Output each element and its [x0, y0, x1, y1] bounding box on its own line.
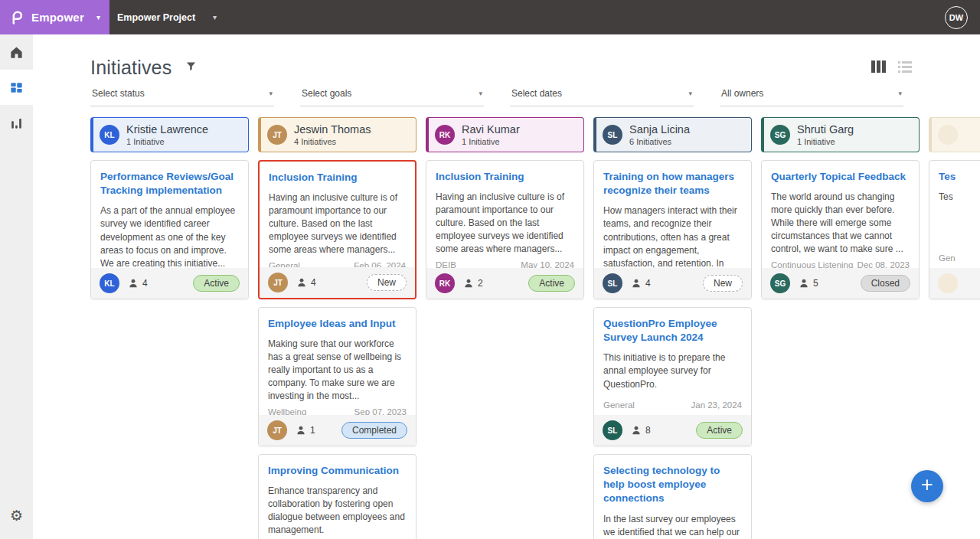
members-count: 4: [142, 278, 148, 289]
owner-name: Ravi Kumar: [462, 123, 520, 136]
initiative-description: Tes: [939, 191, 980, 204]
page-title: Initiatives: [90, 56, 172, 79]
funnel-icon[interactable]: [185, 60, 197, 75]
initiative-title[interactable]: Tes: [939, 170, 980, 184]
settings-gear-icon: ⚙: [10, 507, 23, 524]
caret-down-icon: ▾: [688, 90, 692, 97]
project-selector[interactable]: Empower Project ▾: [117, 12, 217, 23]
brand-menu[interactable]: Empower ▾: [0, 0, 109, 34]
initiative-description: Enhance transparency and collaboration b…: [268, 485, 407, 537]
initiative-title[interactable]: QuestionPro Employee Survey Launch 2024: [603, 317, 742, 345]
members-count: 2: [478, 278, 483, 289]
owner-initiative-count: 4 Initiatives: [294, 137, 371, 146]
initiative-title[interactable]: Training on how managers recognize their…: [603, 170, 742, 198]
initiative-description: Having an inclusive culture is of paramo…: [436, 191, 574, 256]
card-owner-avatar: JT: [267, 420, 287, 440]
initiative-description: As a part of the annual employee survey …: [100, 204, 239, 270]
card-owner-avatar: SL: [603, 420, 622, 440]
members: 8: [631, 425, 651, 436]
sidebar: ⚙: [0, 34, 33, 539]
initiative-card[interactable]: Inclusion Training Having an inclusive c…: [426, 160, 584, 299]
card-owner-avatar: KL: [100, 273, 119, 293]
list-view-icon[interactable]: [898, 61, 912, 73]
column-owner-header[interactable]: [929, 117, 980, 152]
initiative-title[interactable]: Inclusion Training: [436, 170, 574, 184]
person-icon: [128, 278, 139, 289]
members: 4: [128, 278, 148, 289]
person-icon: [799, 278, 809, 289]
column-owner-header[interactable]: KL Kristie Lawrence 1 Initiative: [90, 117, 249, 152]
board-column: SL Sanja Licina 6 Initiatives Training o…: [593, 117, 752, 539]
initiatives-grid-icon: [9, 80, 24, 95]
caret-down-icon: ▾: [898, 90, 902, 97]
initiative-card[interactable]: Employee Ideas and Input Making sure tha…: [258, 307, 416, 446]
owner-avatar: [938, 125, 958, 145]
members: 2: [463, 278, 483, 289]
card-owner-avatar: SG: [770, 273, 790, 293]
card-owner-avatar: JT: [268, 273, 288, 292]
initiative-title[interactable]: Quarterly Topical Feedback: [771, 170, 910, 184]
members-count: 4: [311, 277, 316, 288]
filter-select-status[interactable]: Select status ▾: [90, 87, 274, 106]
brand-name: Empower: [31, 11, 84, 24]
members: 1: [296, 425, 315, 436]
owner-initiative-count: 1 Initiative: [462, 137, 520, 146]
members-count: 4: [645, 278, 651, 289]
initiative-card[interactable]: Quarterly Topical Feedback The world aro…: [761, 160, 920, 299]
column-owner-header[interactable]: SG Shruti Garg 1 Initiative: [761, 117, 920, 152]
initiative-card[interactable]: Inclusion Training Having an inclusive c…: [258, 160, 416, 299]
board-column: JT Jeswin Thomas 4 Initiatives Inclusion…: [258, 117, 416, 539]
chevron-down-icon: ▾: [96, 13, 100, 21]
initiative-title[interactable]: Inclusion Training: [269, 171, 406, 185]
initiative-title[interactable]: Performance Reviews/Goal Tracking implem…: [100, 170, 239, 198]
project-name: Empower Project: [117, 12, 195, 23]
filter-all-owners[interactable]: All owners ▾: [720, 87, 903, 106]
members: 4: [631, 278, 651, 289]
card-owner-avatar: SL: [603, 273, 622, 293]
status-badge: Active: [193, 275, 240, 292]
status-badge: New: [367, 274, 407, 291]
person-icon: [296, 277, 307, 288]
top-bar: Empower ▾ Empower Project ▾ DW: [0, 0, 980, 34]
status-badge: Active: [696, 422, 743, 439]
initiative-card[interactable]: Performance Reviews/Goal Tracking implem…: [90, 160, 249, 299]
sidebar-item-home[interactable]: [0, 34, 33, 70]
owner-name: Shruti Garg: [797, 123, 854, 136]
owner-initiative-count: 6 Initiatives: [629, 137, 690, 146]
sidebar-item-settings[interactable]: ⚙: [0, 498, 33, 533]
chevron-down-icon: ▾: [213, 13, 217, 21]
initiative-card[interactable]: Tes Tes Gen: [929, 160, 980, 299]
kanban-view-icon[interactable]: [871, 60, 886, 73]
initiative-title[interactable]: Employee Ideas and Input: [268, 317, 407, 331]
column-owner-header[interactable]: JT Jeswin Thomas 4 Initiatives: [258, 117, 416, 152]
board-column: RK Ravi Kumar 1 Initiative Inclusion Tra…: [426, 117, 584, 539]
filters-row: Select status ▾ Select goals ▾ Select da…: [90, 87, 980, 106]
initiative-category: Gen: [939, 253, 956, 263]
owner-avatar: SL: [603, 125, 622, 145]
members: 5: [799, 278, 818, 289]
initiative-category: General: [603, 400, 635, 410]
initiative-description: Having an inclusive culture is of paramo…: [269, 191, 406, 256]
initiative-title[interactable]: Selecting technology to help boost emplo…: [603, 464, 742, 506]
initiative-card[interactable]: Training on how managers recognize their…: [593, 160, 752, 299]
column-owner-header[interactable]: RK Ravi Kumar 1 Initiative: [426, 117, 584, 152]
initiative-title[interactable]: Improving Communication: [268, 464, 407, 478]
caret-down-icon: ▾: [479, 90, 482, 97]
add-initiative-button[interactable]: +: [911, 470, 943, 502]
initiative-card[interactable]: QuestionPro Employee Survey Launch 2024 …: [593, 307, 752, 446]
initiative-description: The world around us changing more quickl…: [771, 191, 910, 256]
sidebar-item-initiatives[interactable]: [0, 70, 33, 105]
board-column: KL Kristie Lawrence 1 Initiative Perform…: [90, 117, 249, 539]
filter-select-dates[interactable]: Select dates ▾: [510, 87, 694, 106]
board[interactable]: KL Kristie Lawrence 1 Initiative Perform…: [90, 117, 980, 539]
initiative-card[interactable]: Improving Communication Enhance transpar…: [258, 454, 416, 539]
filter-select-goals[interactable]: Select goals ▾: [300, 87, 484, 106]
initiative-card[interactable]: Selecting technology to help boost emplo…: [593, 454, 752, 539]
initiative-date: Jan 23, 2024: [691, 400, 742, 410]
owner-avatar: JT: [267, 125, 287, 145]
user-avatar[interactable]: DW: [945, 6, 968, 29]
column-owner-header[interactable]: SL Sanja Licina 6 Initiatives: [593, 117, 752, 152]
owner-initiative-count: 1 Initiative: [126, 137, 208, 146]
sidebar-item-reports[interactable]: [0, 105, 33, 140]
initiative-description: This initiative is to prepare the annal …: [603, 351, 742, 390]
